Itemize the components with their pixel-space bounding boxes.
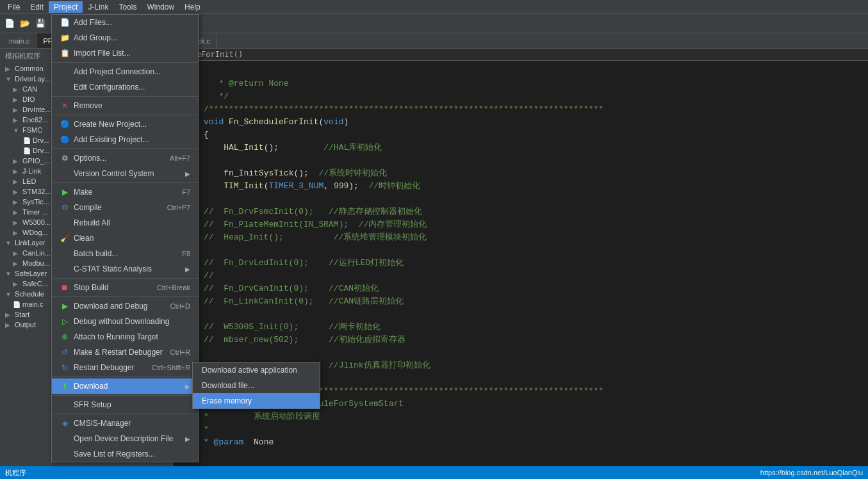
folder-icon-21: ▼ xyxy=(5,291,13,298)
menu-edit-configurations[interactable]: Edit Configurations... xyxy=(52,79,198,95)
menu-tools[interactable]: Tools xyxy=(113,1,142,13)
cmsis-icon: ◈ xyxy=(60,418,70,428)
file-icon-3: 📄 xyxy=(13,301,20,308)
make-icon: ▶ xyxy=(60,187,70,197)
menu-cstat[interactable]: C-STAT Static Analysis ▶ xyxy=(52,261,198,277)
status-bar: 机程序 https://blog.csdn.net/LuoQianQiu xyxy=(0,466,868,479)
existing-project-icon: 🔵 xyxy=(60,134,70,145)
folder-icon-2: ▼ xyxy=(5,76,13,83)
attach-icon: ⊕ xyxy=(60,332,70,342)
folder-icon-17: ▶ xyxy=(13,250,20,257)
open-btn[interactable]: 📂 xyxy=(18,17,32,31)
clean-icon: 🧹 xyxy=(60,233,70,243)
menu-add-project-connection[interactable]: Add Project Connection... xyxy=(52,64,198,79)
menu-version-control[interactable]: Version Control System ▶ xyxy=(52,166,198,181)
folder-icon-20: ▶ xyxy=(13,280,20,288)
sep4 xyxy=(52,149,198,149)
folder-icon-18: ▶ xyxy=(13,260,20,267)
menu-jlink[interactable]: J-Link xyxy=(83,1,113,13)
menu-options[interactable]: ⚙ Options... Alt+F7 xyxy=(52,150,198,166)
folder-icon: ▶ xyxy=(5,65,13,72)
remove-icon: ✕ xyxy=(60,101,70,111)
menu-edit[interactable]: Edit xyxy=(25,1,49,13)
rebuild-icon xyxy=(60,218,70,228)
menu-remove[interactable]: ✕ Remove xyxy=(52,98,198,113)
sep3 xyxy=(52,115,198,115)
connection-icon xyxy=(60,67,70,77)
submenu-arrow-cstat: ▶ xyxy=(185,266,190,273)
folder-icon-9: ▶ xyxy=(13,168,20,175)
menu-add-group[interactable]: 📁 Add Group... xyxy=(52,30,198,45)
sep7 xyxy=(52,296,198,297)
folder-icon-19: ▼ xyxy=(5,270,13,277)
menu-sfr-setup[interactable]: SFR Setup xyxy=(52,397,198,412)
submenu-arrow-vcs: ▶ xyxy=(185,170,190,177)
menu-stop-build[interactable]: ⏹ Stop Build Ctrl+Break xyxy=(52,280,198,295)
menu-make[interactable]: ▶ Make F7 xyxy=(52,184,198,200)
menu-attach-to-running[interactable]: ⊕ Attach to Running Target xyxy=(52,329,198,345)
cstat-icon xyxy=(60,264,70,274)
save-reg-icon xyxy=(60,449,70,459)
menu-help[interactable]: Help xyxy=(179,1,206,13)
sep5 xyxy=(52,183,198,183)
stop-build-icon: ⏹ xyxy=(60,282,70,293)
menu-batch-build[interactable]: Batch build... F8 xyxy=(52,246,198,261)
folder-icon-4: ▶ xyxy=(13,96,20,103)
project-dropdown-menu: 📄 Add Files... 📁 Add Group... 📋 Import F… xyxy=(51,14,199,462)
folder-icon-3: ▶ xyxy=(13,86,20,93)
menu-project[interactable]: Project xyxy=(49,1,83,13)
folder-icon-12: ▶ xyxy=(13,199,20,206)
submenu-arrow-device: ▶ xyxy=(185,435,190,442)
sep1 xyxy=(52,62,198,63)
folder-icon-6: ▶ xyxy=(13,117,20,124)
menu-window[interactable]: Window xyxy=(142,1,179,13)
menu-add-files[interactable]: 📄 Add Files... xyxy=(52,15,198,30)
folder-icon-11: ▶ xyxy=(13,188,20,195)
menu-import-file-list[interactable]: 📋 Import File List... xyxy=(52,45,198,61)
menu-download[interactable]: ⬇ Download ▶ xyxy=(52,378,198,394)
tab-main-c[interactable]: main.c xyxy=(3,33,37,48)
save-btn[interactable]: 💾 xyxy=(33,17,47,31)
folder-icon-13: ▶ xyxy=(13,209,20,216)
folder-icon-14: ▶ xyxy=(13,219,20,226)
menu-clean[interactable]: 🧹 Clean xyxy=(52,231,198,246)
import-icon: 📋 xyxy=(60,48,70,58)
folder-icon-7: ▼ xyxy=(13,127,20,134)
menu-restart-debugger[interactable]: ↻ Restart Debugger Ctrl+Shift+R xyxy=(52,360,198,375)
submenu-download-file[interactable]: Download file... xyxy=(193,378,320,393)
folder-icon-16: ▼ xyxy=(5,240,13,247)
submenu-download-active[interactable]: Download active application xyxy=(193,362,320,378)
sep2 xyxy=(52,96,198,97)
restart-icon: ↻ xyxy=(60,362,70,373)
folder-icon-8: ▶ xyxy=(13,158,20,165)
sep8 xyxy=(52,377,198,377)
status-right: https://blog.csdn.net/LuoQianQiu xyxy=(760,469,863,476)
editor-area[interactable]: eduleForInit() 1 * @return None 2 */ 3/*… xyxy=(173,49,868,479)
folder-icon-15: ▶ xyxy=(13,229,20,236)
vcs-icon xyxy=(60,168,70,179)
compile-icon: ⚙ xyxy=(60,202,70,213)
menu-file[interactable]: File xyxy=(3,1,25,13)
menu-open-device-desc[interactable]: Open Device Description File ▶ xyxy=(52,431,198,446)
menu-add-existing-project[interactable]: 🔵 Add Existing Project... xyxy=(52,132,198,147)
menu-cmsis-manager[interactable]: ◈ CMSIS-Manager xyxy=(52,416,198,431)
new-btn[interactable]: 📄 xyxy=(3,17,17,31)
sep10 xyxy=(52,414,198,414)
options-icon: ⚙ xyxy=(60,153,70,163)
menu-debug-without-downloading[interactable]: ▷ Debug without Downloading xyxy=(52,314,198,329)
menu-bar: File Edit Project J-Link Tools Window He… xyxy=(0,0,868,14)
submenu-erase-memory[interactable]: Erase memory xyxy=(193,393,320,409)
menu-rebuild-all[interactable]: Rebuild All xyxy=(52,215,198,231)
menu-save-list-registers[interactable]: Save List of Registers... xyxy=(52,446,198,462)
submenu-arrow-download: ▶ xyxy=(185,383,190,390)
menu-download-and-debug[interactable]: ▶ Download and Debug Ctrl+D xyxy=(52,298,198,314)
menu-create-new-project[interactable]: 🔵 Create New Project... xyxy=(52,117,198,132)
add-group-icon: 📁 xyxy=(60,33,70,43)
folder-icon-23: ▶ xyxy=(5,321,13,329)
config-icon xyxy=(60,82,70,92)
folder-icon-22: ▶ xyxy=(5,311,13,318)
sep6 xyxy=(52,278,198,279)
menu-compile[interactable]: ⚙ Compile Ctrl+F7 xyxy=(52,200,198,215)
menu-make-restart-debugger[interactable]: ↺ Make & Restart Debugger Ctrl+R xyxy=(52,345,198,360)
folder-icon-5: ▶ xyxy=(13,106,20,113)
